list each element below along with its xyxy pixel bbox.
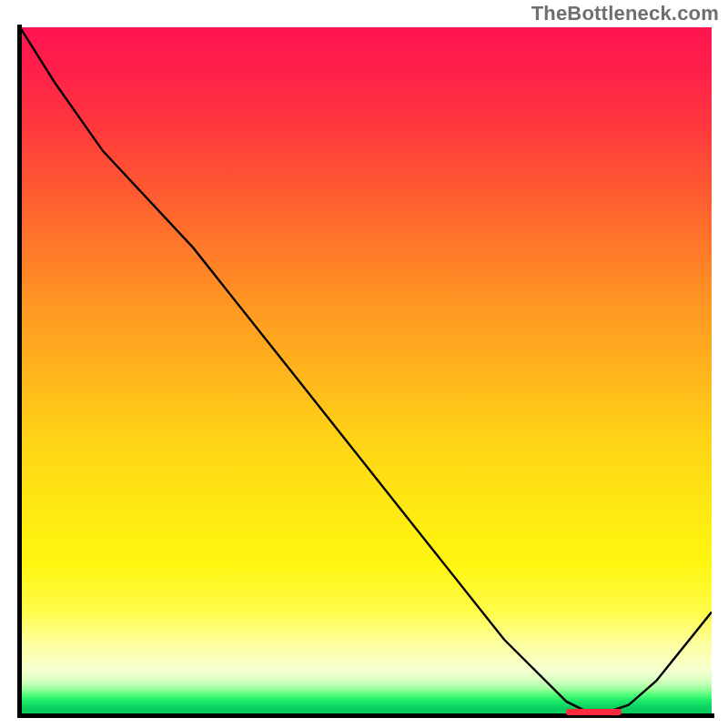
watermark-text: TheBottleneck.com [531, 2, 719, 25]
chart-svg [20, 27, 712, 715]
chart-container: TheBottleneck.com [0, 0, 728, 728]
bottleneck-curve-path [20, 27, 712, 712]
optimal-range-marker [566, 709, 622, 715]
plot-area [20, 27, 712, 715]
